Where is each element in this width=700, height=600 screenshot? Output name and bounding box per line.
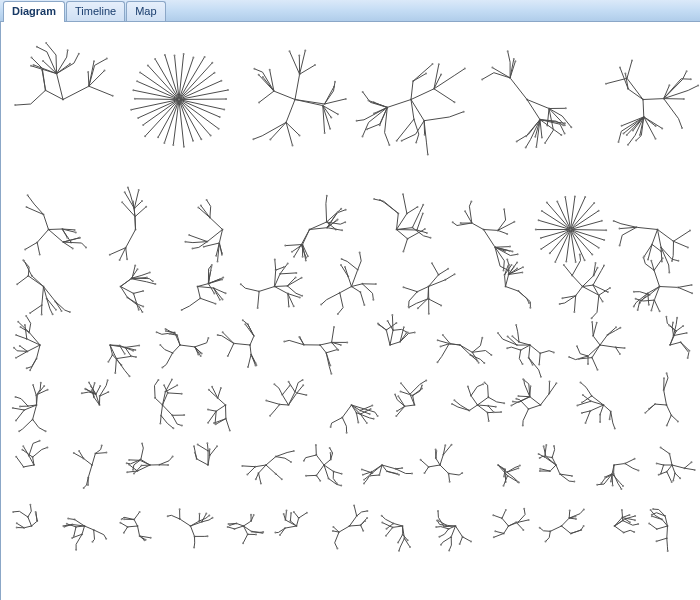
svg-line-1891 xyxy=(675,473,680,478)
svg-point-369 xyxy=(79,237,81,239)
svg-line-2185 xyxy=(516,522,523,530)
svg-point-551 xyxy=(509,246,511,248)
svg-line-1386 xyxy=(280,404,289,405)
svg-line-1001 xyxy=(116,356,131,358)
svg-point-457 xyxy=(326,195,328,197)
svg-line-768 xyxy=(245,288,259,291)
svg-point-1252 xyxy=(672,322,674,324)
svg-line-1351 xyxy=(161,416,167,424)
svg-line-946 xyxy=(638,301,640,310)
svg-point-1620 xyxy=(87,484,89,486)
svg-line-415 xyxy=(189,235,207,242)
svg-point-855 xyxy=(522,266,524,268)
svg-point-809 xyxy=(403,286,405,288)
svg-point-1173 xyxy=(538,363,540,365)
svg-point-1896 xyxy=(656,462,658,464)
svg-point-30 xyxy=(33,64,35,66)
svg-point-1103 xyxy=(283,341,285,343)
svg-point-40 xyxy=(45,42,47,44)
svg-line-1148 xyxy=(449,344,460,345)
svg-point-187 xyxy=(464,68,466,70)
svg-point-381 xyxy=(127,187,129,189)
svg-line-211 xyxy=(364,107,387,119)
svg-line-2246 xyxy=(657,538,667,541)
tab-diagram[interactable]: Diagram xyxy=(3,1,65,22)
svg-point-1885 xyxy=(612,485,614,487)
svg-line-895 xyxy=(564,265,572,275)
svg-point-767 xyxy=(257,307,259,309)
svg-line-2212 xyxy=(569,511,570,518)
svg-point-1751 xyxy=(363,482,365,484)
svg-line-2124 xyxy=(398,534,403,542)
svg-point-122 xyxy=(329,128,331,130)
diagram-viewport[interactable] xyxy=(0,22,700,600)
svg-line-20 xyxy=(89,86,113,96)
svg-line-806 xyxy=(417,287,428,292)
tab-label: Map xyxy=(135,5,156,17)
svg-point-469 xyxy=(337,211,339,213)
svg-point-1835 xyxy=(573,481,575,483)
tab-timeline[interactable]: Timeline xyxy=(66,1,125,21)
svg-line-2027 xyxy=(252,532,260,533)
svg-point-2004 xyxy=(193,546,195,548)
svg-line-951 xyxy=(16,351,27,357)
svg-point-85 xyxy=(147,64,149,66)
svg-point-285 xyxy=(631,60,633,62)
svg-point-1010 xyxy=(132,350,134,352)
svg-line-1762 xyxy=(387,471,398,473)
svg-point-141 xyxy=(258,74,260,76)
svg-line-638 xyxy=(17,276,28,284)
svg-line-1924 xyxy=(32,521,38,526)
svg-point-2245 xyxy=(667,550,669,552)
svg-point-1384 xyxy=(208,389,210,391)
svg-point-1976 xyxy=(150,537,152,539)
svg-point-2096 xyxy=(362,530,364,532)
svg-line-2065 xyxy=(285,526,296,528)
svg-point-395 xyxy=(109,254,111,256)
svg-line-1773 xyxy=(370,475,380,476)
svg-point-1700 xyxy=(293,450,295,452)
svg-line-1766 xyxy=(396,468,403,469)
svg-line-912 xyxy=(654,258,663,270)
svg-point-1494 xyxy=(495,406,497,408)
svg-point-2051 xyxy=(227,526,229,528)
svg-point-968 xyxy=(15,334,17,336)
svg-point-1837 xyxy=(571,475,573,477)
svg-line-533 xyxy=(484,230,496,248)
svg-point-1072 xyxy=(227,355,229,357)
svg-line-795 xyxy=(348,277,351,287)
svg-point-387 xyxy=(145,206,147,208)
svg-line-886 xyxy=(592,312,597,318)
svg-line-1053 xyxy=(248,354,251,367)
svg-line-2030 xyxy=(237,523,244,526)
svg-point-1126 xyxy=(414,331,416,333)
svg-point-307 xyxy=(624,73,626,75)
svg-line-1984 xyxy=(134,512,140,520)
svg-point-870 xyxy=(597,267,599,269)
svg-point-770 xyxy=(240,283,242,285)
svg-line-129 xyxy=(295,100,325,105)
svg-line-792 xyxy=(327,293,340,300)
svg-point-1412 xyxy=(273,383,275,385)
svg-point-1445 xyxy=(377,415,379,417)
svg-point-1427 xyxy=(330,426,332,428)
svg-line-1274 xyxy=(13,408,24,410)
svg-point-55 xyxy=(210,135,212,137)
svg-line-299 xyxy=(688,86,698,91)
svg-line-1368 xyxy=(216,405,225,411)
svg-point-322 xyxy=(632,130,634,132)
svg-point-1240 xyxy=(687,357,689,359)
svg-point-1509 xyxy=(467,386,469,388)
svg-point-414 xyxy=(184,241,186,243)
svg-point-753 xyxy=(274,259,276,261)
svg-line-386 xyxy=(135,207,146,217)
svg-point-2011 xyxy=(179,508,181,510)
svg-point-91 xyxy=(174,54,176,56)
svg-point-1008 xyxy=(124,353,126,355)
tab-map[interactable]: Map xyxy=(126,1,165,21)
svg-line-36 xyxy=(57,64,70,74)
svg-point-857 xyxy=(508,264,510,266)
svg-line-524 xyxy=(484,230,498,231)
svg-point-137 xyxy=(334,81,336,83)
svg-point-1147 xyxy=(442,334,444,336)
